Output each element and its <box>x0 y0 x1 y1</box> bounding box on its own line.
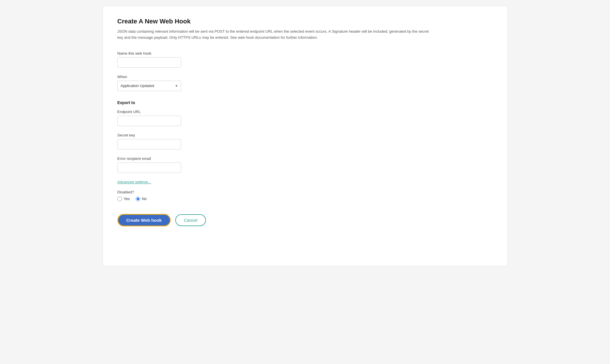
error-email-field-group: Error recipient email <box>117 156 493 173</box>
error-email-label: Error recipient email <box>117 156 493 161</box>
radio-no-label: No <box>142 197 147 201</box>
export-to-label: Export to <box>117 100 493 105</box>
radio-no-input[interactable] <box>136 197 140 201</box>
page-title: Create A New Web Hook <box>117 18 493 25</box>
disabled-radio-group: Yes No <box>117 197 493 201</box>
webhook-form: Name this web hook When Application Upda… <box>117 51 493 226</box>
name-label: Name this web hook <box>117 51 493 56</box>
secret-key-field-group: Secret key <box>117 133 493 149</box>
radio-yes-label: Yes <box>124 197 130 201</box>
when-select-wrapper: Application Updated Application Created … <box>117 81 181 91</box>
when-label: When <box>117 75 493 79</box>
secret-key-label: Secret key <box>117 133 493 137</box>
radio-no-option[interactable]: No <box>136 197 147 201</box>
cancel-button[interactable]: Cancel <box>175 214 206 226</box>
endpoint-url-input[interactable] <box>117 116 181 126</box>
disabled-label: Disabled? <box>117 190 493 194</box>
advanced-settings-link[interactable]: Advanced settings... <box>117 180 493 184</box>
main-container: Create A New Web Hook JSON data containi… <box>103 6 508 266</box>
disabled-section: Disabled? Yes No <box>117 190 493 201</box>
create-webhook-button[interactable]: Create Web hook <box>117 214 171 226</box>
radio-yes-input[interactable] <box>117 197 122 201</box>
secret-key-input[interactable] <box>117 139 181 149</box>
page-description: JSON data containing relevant informatio… <box>117 29 436 41</box>
error-email-input[interactable] <box>117 162 181 173</box>
radio-yes-option[interactable]: Yes <box>117 197 130 201</box>
name-input[interactable] <box>117 57 181 68</box>
name-field-group: Name this web hook <box>117 51 493 68</box>
buttons-row: Create Web hook Cancel <box>117 214 493 226</box>
endpoint-url-field-group: Endpoint URL <box>117 110 493 126</box>
when-field-group: When Application Updated Application Cre… <box>117 75 493 91</box>
endpoint-url-label: Endpoint URL <box>117 110 493 114</box>
when-select[interactable]: Application Updated Application Created … <box>117 81 181 91</box>
